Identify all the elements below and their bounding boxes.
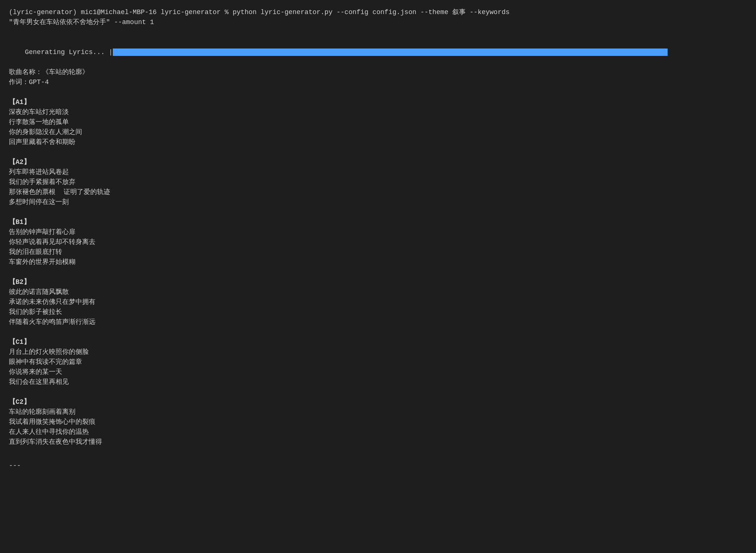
a2-line-2: 我们的手紧握着不放弃 — [9, 177, 747, 187]
c2-line-2: 我试着用微笑掩饰心中的裂痕 — [9, 417, 747, 427]
a2-line-1: 列车即将进站风卷起 — [9, 167, 747, 177]
b2-line-3: 我们的影子被拉长 — [9, 307, 747, 317]
blank-line-8 — [9, 447, 747, 457]
a2-line-4: 多想时间停在这一刻 — [9, 197, 747, 207]
separator-line: --- — [9, 461, 747, 471]
b2-line-2: 承诺的未来仿佛只在梦中拥有 — [9, 297, 747, 307]
b2-line-1: 彼此的诺言随风飘散 — [9, 287, 747, 297]
lyrics-author: 作词：GPT-4 — [9, 77, 747, 87]
b1-line-2: 你轻声说着再见却不转身离去 — [9, 237, 747, 247]
c1-line-3: 你说将来的某一天 — [9, 367, 747, 377]
generating-text: Generating Lyrics... | — [25, 48, 113, 56]
section-b1-label: 【B1】 — [9, 217, 747, 227]
progress-bar — [113, 48, 668, 56]
section-c2-label: 【C2】 — [9, 397, 747, 407]
b1-line-3: 我的泪在眼底打转 — [9, 247, 747, 257]
blank-line-2 — [9, 87, 747, 97]
prompt-line-1: (lyric-generator) mic1@Michael-MBP-16 ly… — [9, 7, 747, 17]
b1-line-1: 告别的钟声敲打着心扉 — [9, 227, 747, 237]
section-c1-label: 【C1】 — [9, 337, 747, 347]
blank-line-1 — [9, 27, 747, 37]
a2-line-3: 那张褪色的票根 证明了爱的轨迹 — [9, 187, 747, 197]
c1-line-1: 月台上的灯火映照你的侧脸 — [9, 347, 747, 357]
song-title: 歌曲名称：《车站的轮廓》 — [9, 67, 747, 77]
b2-line-4: 伴随着火车的鸣笛声渐行渐远 — [9, 317, 747, 327]
c2-line-3: 在人来人往中寻找你的温热 — [9, 427, 747, 437]
c1-line-2: 眼神中有我读不完的篇章 — [9, 357, 747, 367]
prompt-line-2: "青年男女在车站依依不舍地分手" --amount 1 — [9, 17, 747, 27]
c2-line-1: 车站的轮廓刻画着离别 — [9, 407, 747, 417]
c1-line-4: 我们会在这里再相见 — [9, 377, 747, 387]
blank-line-3 — [9, 147, 747, 157]
a1-line-1: 深夜的车站灯光暗淡 — [9, 107, 747, 117]
b1-line-4: 车窗外的世界开始模糊 — [9, 257, 747, 267]
blank-line-7 — [9, 387, 747, 397]
section-a1-label: 【A1】 — [9, 97, 747, 107]
generating-line: Generating Lyrics... | — [9, 37, 747, 67]
blank-line-5 — [9, 267, 747, 277]
terminal-window: (lyric-generator) mic1@Michael-MBP-16 ly… — [9, 7, 747, 471]
section-b2-label: 【B2】 — [9, 277, 747, 287]
a1-line-4: 回声里藏着不舍和期盼 — [9, 137, 747, 147]
a1-line-2: 行李散落一地的孤单 — [9, 117, 747, 127]
a1-line-3: 你的身影隐没在人潮之间 — [9, 127, 747, 137]
section-a2-label: 【A2】 — [9, 157, 747, 167]
blank-line-6 — [9, 327, 747, 337]
blank-line-4 — [9, 207, 747, 217]
c2-line-4: 直到列车消失在夜色中我才懂得 — [9, 437, 747, 447]
